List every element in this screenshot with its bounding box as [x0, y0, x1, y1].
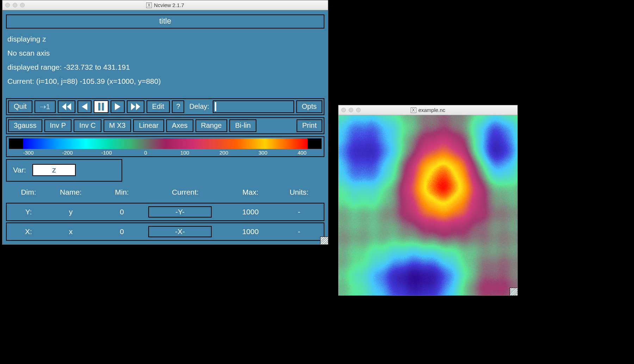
dim-name: x: [46, 227, 95, 236]
colorbar-tick: 400: [282, 150, 322, 156]
dim-row: X:x0-X-1000-: [6, 222, 324, 241]
dim-col-units: Units:: [279, 188, 319, 196]
window-title: Ncview 2.1.7: [154, 2, 184, 8]
info-current: Current: (i=100, j=88) -105.39 (x=1000, …: [7, 74, 323, 88]
dim-current-button[interactable]: -Y-: [148, 206, 212, 218]
dim-current-button[interactable]: -X-: [148, 226, 212, 237]
rewind-button[interactable]: [58, 100, 75, 113]
svg-marker-5: [115, 103, 120, 110]
var-select[interactable]: z: [32, 164, 76, 176]
example-window: X example.nc: [338, 105, 518, 296]
mag-button[interactable]: M X3: [104, 119, 131, 132]
dim-dim: X:: [11, 227, 46, 236]
dim-col-name: Name:: [46, 188, 95, 196]
colorbar-tick: 100: [165, 150, 204, 156]
quit-button[interactable]: Quit: [8, 100, 32, 113]
svg-rect-4: [102, 103, 104, 111]
minimize-window-button[interactable]: [13, 3, 17, 7]
inv-c-button[interactable]: Inv C: [74, 119, 101, 132]
dim-max: 1000: [222, 208, 279, 216]
svg-marker-2: [82, 103, 87, 110]
close-window-button[interactable]: [341, 108, 346, 112]
traffic-lights: [5, 3, 25, 7]
help-button[interactable]: ?: [172, 100, 184, 113]
colorbar[interactable]: [9, 138, 322, 149]
opts-button[interactable]: Opts: [296, 100, 322, 113]
plot-canvas[interactable]: [338, 115, 517, 295]
traffic-lights: [341, 108, 361, 112]
ncview-window: X Ncview 2.1.7 title displaying z No sca…: [2, 0, 328, 245]
example-plot-area[interactable]: [338, 115, 517, 295]
ncview-titlebar[interactable]: X Ncview 2.1.7: [2, 0, 328, 10]
colorbar-tick: -200: [48, 150, 87, 156]
colorbar-tick: 300: [243, 150, 282, 156]
fast-forward-button[interactable]: [127, 100, 144, 113]
resize-grip[interactable]: [320, 237, 328, 244]
svg-marker-7: [136, 103, 140, 110]
dim-max: 1000: [222, 227, 279, 236]
dim-header: Dim: Name: Min: Current: Max: Units:: [6, 182, 324, 201]
bilin-button[interactable]: Bi-lin: [229, 119, 256, 132]
window-title: example.nc: [418, 107, 446, 113]
ncview-header-title: title: [6, 14, 324, 29]
forward-button[interactable]: [111, 100, 125, 113]
svg-marker-0: [62, 103, 66, 110]
back-button[interactable]: [77, 100, 92, 113]
delay-input[interactable]: [213, 100, 294, 113]
colormap-button[interactable]: 3gauss: [8, 119, 42, 132]
print-button[interactable]: Print: [297, 119, 322, 132]
edit-button[interactable]: Edit: [147, 100, 170, 113]
inv-p-button[interactable]: Inv P: [44, 119, 72, 132]
dim-dim: Y:: [11, 208, 46, 216]
range-button[interactable]: Range: [195, 119, 228, 132]
dim-col-max: Max:: [222, 188, 279, 196]
colorbar-tick: -100: [87, 150, 126, 156]
x11-app-icon: X: [411, 107, 416, 113]
colorbar-panel: -300-200-1000100200300400: [6, 136, 324, 157]
linear-button[interactable]: Linear: [133, 119, 164, 132]
dim-col-min: Min:: [95, 188, 148, 196]
colorbar-tick: 0: [126, 150, 165, 156]
dim-min: 0: [95, 227, 148, 236]
pause-button[interactable]: [94, 100, 108, 113]
dim-col-dim: Dim:: [11, 188, 46, 196]
minimize-window-button[interactable]: [349, 108, 353, 112]
close-window-button[interactable]: [5, 3, 10, 7]
info-scan-axis: No scan axis: [7, 46, 323, 60]
dim-col-current: Current:: [148, 188, 222, 196]
svg-marker-1: [67, 103, 71, 110]
dim-units: -: [279, 208, 319, 216]
var-panel: Var: z: [6, 159, 122, 182]
colorbar-ticks: -300-200-1000100200300400: [9, 149, 322, 156]
dim-row: Y:y0-Y-1000-: [6, 203, 324, 221]
zoom-window-button[interactable]: [20, 3, 25, 7]
toolbar-display: 3gauss Inv P Inv C M X3 Linear Axes Rang…: [6, 117, 324, 134]
resize-grip[interactable]: [510, 288, 517, 295]
var-label: Var:: [13, 166, 26, 174]
info-block: displaying z No scan axis displayed rang…: [6, 29, 324, 90]
colorbar-tick: 200: [204, 150, 243, 156]
ncview-body: title displaying z No scan axis displaye…: [2, 10, 328, 244]
colorbar-tick: -300: [9, 150, 48, 156]
info-displaying: displaying z: [7, 32, 323, 46]
dim-min: 0: [95, 208, 148, 216]
info-range: displayed range: -323.732 to 431.191: [7, 60, 323, 74]
x11-app-icon: X: [146, 2, 152, 8]
example-titlebar[interactable]: X example.nc: [338, 105, 517, 115]
dim-rows: Y:y0-Y-1000-X:x0-X-1000-: [6, 203, 324, 241]
dim-name: y: [46, 208, 95, 216]
dim-units: -: [279, 227, 319, 236]
toolbar-playback: Quit ⇢1 Edit ? Delay: Opts: [6, 98, 324, 115]
svg-marker-6: [131, 103, 135, 110]
delay-label: Delay:: [186, 100, 211, 113]
axes-button[interactable]: Axes: [166, 119, 193, 132]
zoom-window-button[interactable]: [356, 108, 361, 112]
step-size-button[interactable]: ⇢1: [35, 100, 56, 113]
svg-rect-3: [98, 103, 100, 111]
